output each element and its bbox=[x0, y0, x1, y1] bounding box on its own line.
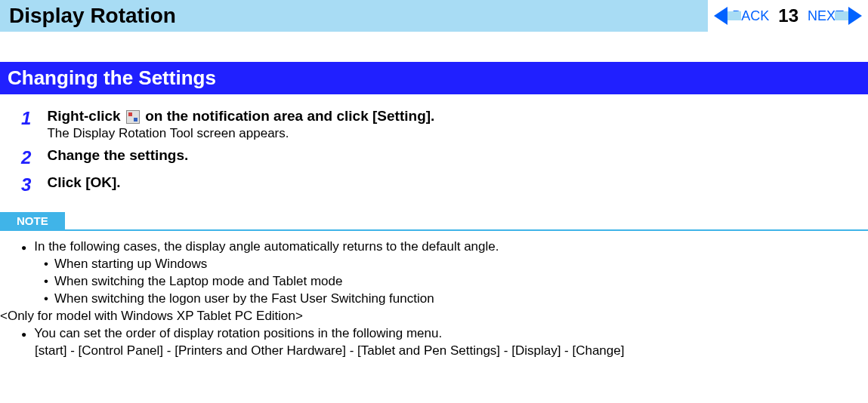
note-label: NOTE bbox=[0, 212, 65, 229]
step-2: 2 Change the settings. bbox=[21, 147, 868, 168]
step-description: The Display Rotation Tool screen appears… bbox=[47, 126, 840, 141]
note-section: NOTE In the following cases, the display… bbox=[0, 202, 868, 360]
note-bullet: In the following cases, the display angl… bbox=[21, 238, 868, 256]
content-body: 1 Right-click on the notification area a… bbox=[0, 94, 868, 360]
note-sub-bullet: When starting up Windows bbox=[44, 256, 868, 273]
note-bullet: You can set the order of display rotatio… bbox=[21, 325, 868, 343]
rotation-tool-tray-icon bbox=[126, 110, 140, 124]
step-number: 1 bbox=[21, 108, 44, 129]
note-divider bbox=[0, 229, 868, 231]
step-title-after: on the notification area and click [Sett… bbox=[141, 108, 435, 124]
page-header: Display Rotation BACK 13 NEXT bbox=[0, 0, 868, 32]
back-arrow-icon[interactable] bbox=[714, 7, 727, 25]
step-body: Change the settings. bbox=[47, 147, 840, 164]
step-1: 1 Right-click on the notification area a… bbox=[21, 108, 868, 141]
note-sub-bullet: When switching the logon user by the Fas… bbox=[44, 291, 868, 308]
page-title: Display Rotation bbox=[9, 4, 176, 28]
step-3: 3 Click [OK]. bbox=[21, 174, 868, 195]
next-arrow-icon[interactable] bbox=[848, 7, 862, 25]
note-sub-bullet: When switching the Laptop mode and Table… bbox=[44, 273, 868, 291]
note-body: In the following cases, the display angl… bbox=[0, 238, 868, 360]
step-title: Click [OK]. bbox=[47, 174, 120, 190]
nav-controls: BACK 13 NEXT bbox=[708, 0, 868, 32]
step-number: 2 bbox=[21, 147, 44, 168]
note-line: [start] - [Control Panel] - [Printers an… bbox=[35, 343, 868, 360]
note-line: <Only for model with Windows XP Tablet P… bbox=[0, 308, 868, 325]
step-body: Click [OK]. bbox=[47, 174, 840, 191]
section-header: Changing the Settings bbox=[0, 62, 868, 94]
step-number: 3 bbox=[21, 174, 44, 195]
step-title: Right-click on the notification area and… bbox=[47, 108, 434, 124]
step-title: Change the settings. bbox=[47, 147, 188, 163]
step-title-before: Right-click bbox=[47, 108, 124, 124]
step-body: Right-click on the notification area and… bbox=[47, 108, 840, 141]
page-number: 13 bbox=[774, 5, 803, 26]
